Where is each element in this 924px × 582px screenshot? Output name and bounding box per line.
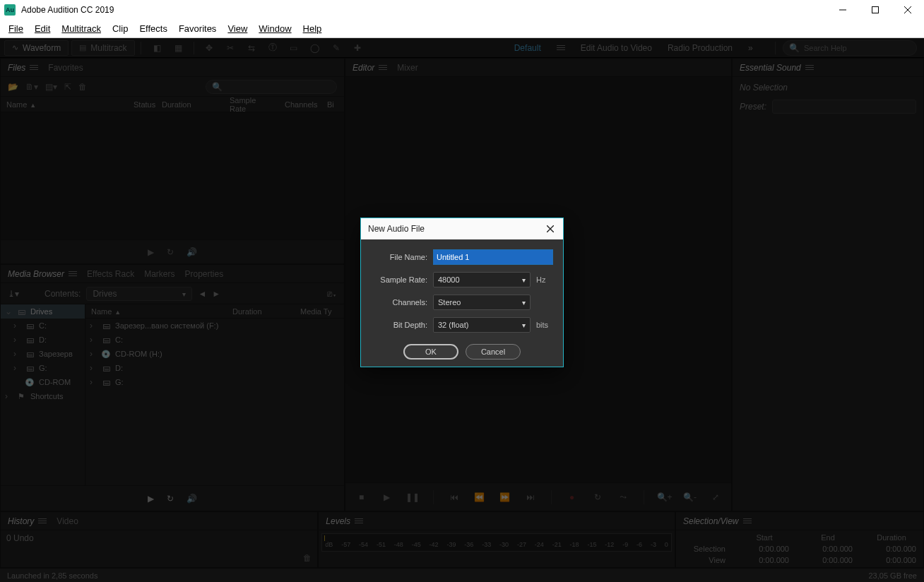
cancel-button[interactable]: Cancel <box>466 344 521 360</box>
help-search-input[interactable] <box>804 44 911 52</box>
dialog-titlebar[interactable]: New Audio File <box>361 218 563 239</box>
levels-panel-menu-icon[interactable] <box>355 518 363 524</box>
view-duration[interactable]: 0:00.000 <box>867 556 916 564</box>
help-search[interactable]: 🔍 <box>783 40 917 56</box>
mode-multitrack-button[interactable]: ▤Multitrack <box>71 40 134 56</box>
filter-icon[interactable]: ⎚▾ <box>327 289 337 299</box>
go-to-start-button[interactable]: ⏮ <box>446 492 462 502</box>
lasso-tool-icon[interactable]: ◯ <box>307 40 323 56</box>
tab-media-browser[interactable]: Media Browser <box>8 269 77 279</box>
slip-tool-icon[interactable]: ⇆ <box>244 40 259 56</box>
record-button[interactable]: ● <box>564 492 580 502</box>
menu-help[interactable]: Help <box>297 22 328 35</box>
files-autoplay-button[interactable]: 🔊 <box>186 247 197 257</box>
healing-tool-icon[interactable]: ✚ <box>350 40 365 56</box>
time-selection-tool-icon[interactable]: Ⓣ <box>265 40 280 56</box>
move-tool-icon[interactable]: ✥ <box>201 40 217 56</box>
menu-favorites[interactable]: Favorites <box>173 22 222 35</box>
nav-back-icon[interactable]: ◄ <box>198 289 206 299</box>
editor-panel-menu-icon[interactable] <box>379 65 387 71</box>
view-start[interactable]: 0:00.000 <box>740 556 789 564</box>
bit-depth-dropdown[interactable]: 32 (float) <box>433 317 531 333</box>
media-autoplay-button[interactable]: 🔊 <box>186 494 197 504</box>
workspace-radio-tab[interactable]: Radio Production <box>668 39 733 57</box>
tab-favorites[interactable]: Favorites <box>48 63 83 73</box>
shortcuts-root[interactable]: ⚑Shortcuts <box>1 389 85 403</box>
files-play-button[interactable]: ▶ <box>148 247 154 257</box>
rewind-button[interactable]: ⏪ <box>472 492 487 502</box>
menu-edit[interactable]: Edit <box>29 22 56 35</box>
history-panel-menu-icon[interactable] <box>38 518 47 524</box>
preset-dropdown[interactable] <box>772 100 916 114</box>
files-search-input[interactable] <box>223 83 331 91</box>
clear-history-icon[interactable]: 🗑 <box>303 553 312 563</box>
drive-item[interactable]: 🖴Зарезерв <box>1 347 85 361</box>
tab-markers[interactable]: Markers <box>144 269 174 279</box>
essential-panel-menu-icon[interactable] <box>805 65 814 71</box>
nav-forward-icon[interactable]: ► <box>212 289 220 299</box>
selview-panel-menu-icon[interactable] <box>743 518 752 524</box>
spectral-pitch-icon[interactable]: ▦ <box>171 40 186 56</box>
workspace-overflow-button[interactable]: » <box>748 43 762 53</box>
ok-button[interactable]: OK <box>403 344 458 360</box>
dialog-close-button[interactable] <box>545 223 556 234</box>
window-maximize-button[interactable] <box>859 0 892 20</box>
media-loop-button[interactable]: ↻ <box>167 494 174 504</box>
tab-levels[interactable]: Levels <box>326 516 363 526</box>
selection-start[interactable]: 0:00.000 <box>740 545 789 553</box>
media-panel-menu-icon[interactable] <box>69 271 77 277</box>
delete-icon[interactable]: 🗑 <box>78 82 87 92</box>
tab-selection-view[interactable]: Selection/View <box>683 516 752 526</box>
stop-button[interactable]: ■ <box>354 492 369 502</box>
pause-button[interactable]: ❚❚ <box>405 492 420 502</box>
menu-multitrack[interactable]: Multitrack <box>56 22 107 35</box>
go-to-end-button[interactable]: ⏭ <box>523 492 538 502</box>
new-file-icon[interactable]: 🗎▾ <box>25 82 38 92</box>
new-multitrack-icon[interactable]: ▤▾ <box>45 82 57 92</box>
window-minimize-button[interactable] <box>827 0 859 20</box>
tab-essential-sound[interactable]: Essential Sound <box>740 63 814 73</box>
drives-root[interactable]: 🖴Drives <box>1 304 85 319</box>
play-button[interactable]: ▶ <box>379 492 395 502</box>
workspace-default-menu-icon[interactable] <box>557 45 565 51</box>
insert-to-multitrack-icon[interactable]: ⤓▾ <box>8 289 19 299</box>
razor-tool-icon[interactable]: ✂ <box>223 40 238 56</box>
tab-effects-rack[interactable]: Effects Rack <box>87 269 134 279</box>
brush-tool-icon[interactable]: ✎ <box>328 40 344 56</box>
menu-window[interactable]: Window <box>253 22 297 35</box>
open-file-icon[interactable]: 📂 <box>8 82 18 92</box>
menu-clip[interactable]: Clip <box>107 22 134 35</box>
browser-item[interactable]: 💿CD-ROM (H:) <box>85 347 344 361</box>
browser-item[interactable]: 🖴C: <box>85 333 344 347</box>
tab-editor[interactable]: Editor <box>353 63 387 73</box>
channels-dropdown[interactable]: Stereo <box>433 295 531 310</box>
files-column-headers[interactable]: Name▲ Status Duration Sample Rate Channe… <box>1 97 344 112</box>
files-loop-button[interactable]: ↻ <box>167 247 174 257</box>
skip-button[interactable]: ⤳ <box>615 492 631 502</box>
workspace-default-tab[interactable]: Default <box>514 39 541 57</box>
selection-end[interactable]: 0:00.000 <box>803 545 853 553</box>
tab-properties[interactable]: Properties <box>185 269 224 279</box>
drive-item[interactable]: 🖴D: <box>1 333 85 347</box>
zoom-fit-icon[interactable]: ⤢ <box>708 492 723 502</box>
forward-button[interactable]: ⏩ <box>497 492 513 502</box>
tab-history[interactable]: History <box>8 516 47 526</box>
drive-item[interactable]: 🖴G: <box>1 361 85 375</box>
media-play-button[interactable]: ▶ <box>148 494 154 504</box>
loop-button[interactable]: ↻ <box>590 492 605 502</box>
view-end[interactable]: 0:00.000 <box>803 556 853 564</box>
drive-item[interactable]: 💿CD-ROM <box>1 375 85 389</box>
drive-item[interactable]: 🖴C: <box>1 319 85 333</box>
files-panel-menu-icon[interactable] <box>30 65 38 71</box>
contents-dropdown[interactable]: Drives <box>86 287 192 301</box>
import-icon[interactable]: ⇱ <box>64 82 71 92</box>
menu-file[interactable]: File <box>3 22 29 35</box>
window-close-button[interactable] <box>892 0 924 20</box>
files-search[interactable]: 🔍 <box>206 80 337 94</box>
zoom-in-icon[interactable]: 🔍+ <box>657 492 673 502</box>
marquee-tool-icon[interactable]: ▭ <box>286 40 302 56</box>
selection-duration[interactable]: 0:00.000 <box>867 545 916 553</box>
browser-item[interactable]: 🖴Зарезер...вано системой (F:) <box>85 319 344 333</box>
file-name-input[interactable] <box>433 249 553 265</box>
menu-view[interactable]: View <box>222 22 253 35</box>
